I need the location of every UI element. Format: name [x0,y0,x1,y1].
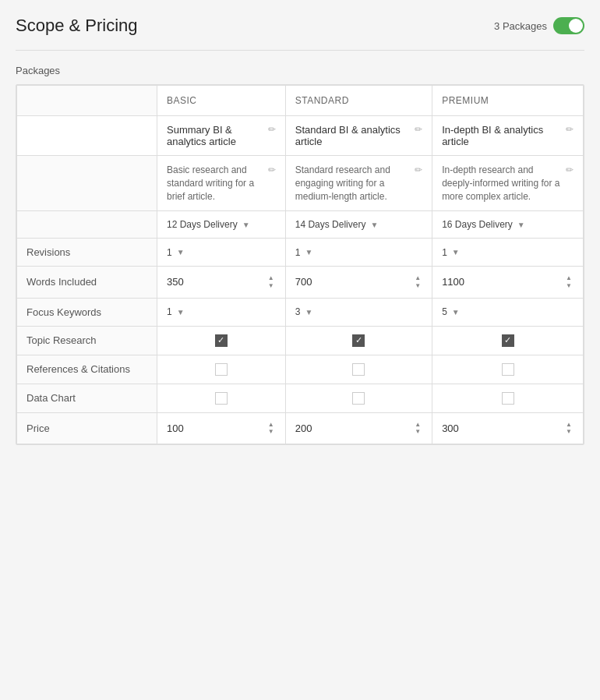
premium-keywords-select[interactable]: 5 ▼ [442,306,574,317]
page: Scope & Pricing 3 Packages Packages BASI… [0,0,600,700]
premium-desc-cell: In-depth research and deeply-informed wr… [432,156,584,211]
premium-title-cell: In-depth BI & analytics article ✏ [432,116,584,156]
toggle-knob [569,19,583,33]
basic-keywords-select[interactable]: 1 ▼ [167,306,276,317]
premium-delivery-arrow: ▼ [517,221,525,229]
premium-title-edit-icon[interactable]: ✏ [566,124,574,135]
basic-price-spinner-buttons[interactable]: ▲ ▼ [266,421,276,436]
standard-words-cell: 700 ▲ ▼ [285,267,432,298]
premium-delivery-select[interactable]: 16 Days Delivery ▼ [442,219,574,230]
standard-words-spinner: 700 ▲ ▼ [295,274,422,289]
standard-words-up[interactable]: ▲ [413,274,422,282]
premium-delivery-cell: 16 Days Delivery ▼ [432,211,584,239]
standard-keywords-arrow: ▼ [305,308,312,316]
basic-title-cell: Summary BI & analytics article ✏ [157,116,286,156]
premium-references-unchecked [502,363,514,376]
standard-delivery-select[interactable]: 14 Days Delivery ▼ [295,219,422,230]
basic-topic-research-checkbox[interactable]: ✓ [167,334,276,347]
basic-delivery-cell: 12 Days Delivery ▼ [157,211,286,239]
header-empty-cell [17,86,157,116]
title-row-label-empty [17,116,157,156]
premium-words-up[interactable]: ▲ [564,274,574,282]
standard-price-up[interactable]: ▲ [413,421,422,429]
basic-desc-cell: Basic research and standard writing for … [157,156,286,211]
premium-data-chart-checkbox[interactable] [442,392,574,405]
premium-desc-edit-icon[interactable]: ✏ [566,164,574,177]
premium-words-down[interactable]: ▼ [564,282,574,290]
topic-research-row: Topic Research ✓ ✓ ✓ [17,326,584,355]
col-standard-header: STANDARD [285,86,432,116]
standard-revisions-select[interactable]: 1 ▼ [295,247,422,258]
basic-revisions-cell: 1 ▼ [157,239,286,267]
standard-desc-edit-icon[interactable]: ✏ [415,164,422,177]
basic-words-up[interactable]: ▲ [266,274,276,282]
basic-topic-research-cell: ✓ [157,326,286,355]
standard-delivery-text: 14 Days Delivery [295,219,366,230]
premium-price-spinner-buttons[interactable]: ▲ ▼ [564,421,574,436]
basic-price-down[interactable]: ▼ [266,428,276,436]
basic-delivery-select[interactable]: 12 Days Delivery ▼ [167,219,276,230]
price-row: Price 100 ▲ ▼ 200 ▲ [17,412,584,444]
basic-revisions-arrow: ▼ [177,248,185,256]
standard-price-value: 200 [295,422,312,434]
column-header-row: BASIC STANDARD PREMIUM [17,86,584,116]
standard-revisions-arrow: ▼ [305,248,312,256]
basic-desc-wrapper: Basic research and standard writing for … [167,164,276,203]
basic-data-chart-unchecked [215,392,228,405]
revisions-label: Revisions [17,239,157,267]
standard-keywords-cell: 3 ▼ [285,298,432,326]
basic-words-spinner: 350 ▲ ▼ [167,274,276,289]
section-label: Packages [16,65,584,76]
standard-price-down[interactable]: ▼ [413,428,422,436]
premium-words-spinner-buttons[interactable]: ▲ ▼ [564,274,574,289]
standard-title-edit-icon[interactable]: ✏ [415,124,422,135]
basic-price-value: 100 [167,422,184,434]
basic-words-down[interactable]: ▼ [266,282,276,290]
standard-references-checkbox[interactable] [295,363,422,376]
standard-delivery-cell: 14 Days Delivery ▼ [285,211,432,239]
premium-desc-text: In-depth research and deeply-informed wr… [442,164,563,203]
focus-keywords-row: Focus Keywords 1 ▼ 3 ▼ 5 [17,298,584,326]
header: Scope & Pricing 3 Packages [16,16,584,36]
basic-data-chart-checkbox[interactable] [167,392,276,405]
data-chart-row: Data Chart [17,384,584,412]
standard-data-chart-cell [285,384,432,412]
packages-toggle-switch[interactable] [553,17,584,34]
basic-words-spinner-buttons[interactable]: ▲ ▼ [266,274,276,289]
premium-keywords-arrow: ▼ [452,308,460,316]
standard-title-cell: Standard BI & analytics article ✏ [285,116,432,156]
basic-references-checkbox[interactable] [167,363,276,376]
premium-revisions-arrow: ▼ [452,248,460,256]
basic-revisions-select[interactable]: 1 ▼ [167,247,276,258]
standard-title-wrapper: Standard BI & analytics article ✏ [295,124,422,147]
standard-words-value: 700 [295,276,312,288]
words-included-label: Words Included [17,267,157,298]
premium-references-checkbox[interactable] [442,363,574,376]
premium-revisions-cell: 1 ▼ [432,239,584,267]
premium-topic-research-checked: ✓ [502,334,514,347]
col-premium-header: PREMIUM [432,86,584,116]
standard-price-spinner-buttons[interactable]: ▲ ▼ [413,421,422,436]
basic-price-up[interactable]: ▲ [266,421,276,429]
header-divider [16,50,584,51]
standard-words-down[interactable]: ▼ [413,282,422,290]
premium-words-value: 1100 [442,276,464,288]
standard-price-spinner: 200 ▲ ▼ [295,421,422,436]
standard-data-chart-checkbox[interactable] [295,392,422,405]
standard-keywords-select[interactable]: 3 ▼ [295,306,422,317]
pricing-table-container: BASIC STANDARD PREMIUM Summary BI & anal… [16,84,584,445]
package-description-row: Basic research and standard writing for … [17,156,584,211]
premium-price-up[interactable]: ▲ [564,421,574,429]
premium-topic-research-cell: ✓ [432,326,584,355]
standard-revisions-value: 1 [295,247,301,258]
premium-topic-research-checkbox[interactable]: ✓ [442,334,574,347]
premium-price-down[interactable]: ▼ [564,428,574,436]
basic-title-edit-icon[interactable]: ✏ [268,124,276,135]
standard-topic-research-checkbox[interactable]: ✓ [295,334,422,347]
basic-desc-edit-icon[interactable]: ✏ [268,164,276,177]
premium-price-cell: 300 ▲ ▼ [432,412,584,444]
standard-price-cell: 200 ▲ ▼ [285,412,432,444]
basic-references-unchecked [215,363,228,376]
standard-words-spinner-buttons[interactable]: ▲ ▼ [413,274,422,289]
premium-revisions-select[interactable]: 1 ▼ [442,247,574,258]
